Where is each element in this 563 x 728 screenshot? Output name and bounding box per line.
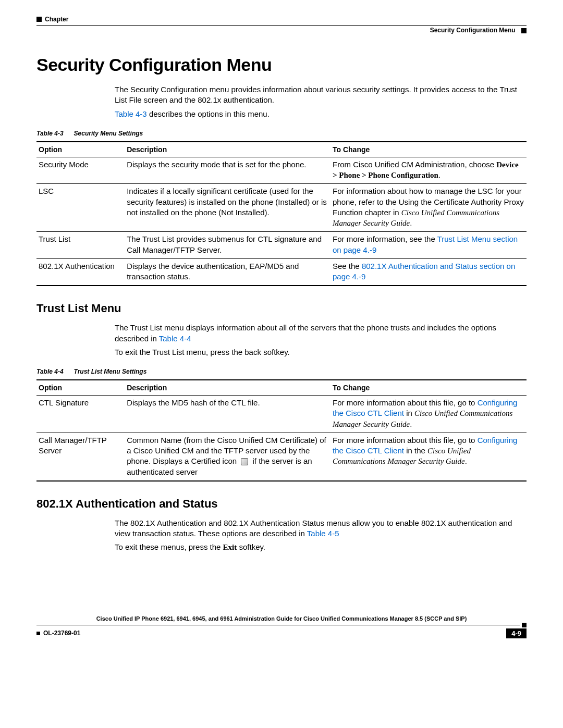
- page-top-header: Chapter: [36, 16, 527, 23]
- cell-tochange: For more information, see the Trust List…: [331, 232, 527, 259]
- trust-list-p1: The Trust List menu displays information…: [115, 323, 527, 344]
- table-ref-link[interactable]: Table 4-5: [307, 529, 339, 538]
- certified-icon: [241, 458, 248, 465]
- cell-tochange: For more information about this file, go…: [331, 396, 527, 433]
- cell-tochange: For more information about this file, go…: [331, 433, 527, 481]
- header-rule: [36, 25, 527, 26]
- intro-paragraph-1: The Security Configuration menu provides…: [115, 84, 527, 106]
- cell-option: LSC: [36, 184, 125, 232]
- table-row: Call Manager/TFTP Server Common Name (fr…: [36, 433, 527, 481]
- col-header-tochange: To Change: [331, 142, 527, 157]
- trust-list-p2: To exit the Trust List menu, press the b…: [115, 347, 527, 357]
- table-row: LSC Indicates if a locally significant c…: [36, 184, 527, 232]
- breadcrumb: Security Configuration Menu: [430, 27, 516, 34]
- table-row: Trust List The Trust List provides subme…: [36, 232, 527, 259]
- marker-icon: [36, 632, 40, 635]
- table-ref-link[interactable]: Table 4-4: [159, 334, 191, 343]
- marker-icon: [522, 623, 527, 627]
- marker-icon: [521, 28, 527, 33]
- auth-p1: The 802.1X Authentication and 802.1X Aut…: [115, 518, 527, 539]
- col-header-option: Option: [36, 142, 125, 157]
- cell-option: Trust List: [36, 232, 125, 259]
- cell-description: Indicates if a locally significant certi…: [125, 184, 331, 232]
- cell-tochange: From Cisco Unified CM Administration, ch…: [331, 157, 527, 184]
- footer-guide-title: Cisco Unified IP Phone 6921, 6941, 6945,…: [36, 615, 527, 622]
- cell-description: Displays the MD5 hash of the CTL file.: [125, 396, 331, 433]
- marker-icon: [36, 17, 42, 22]
- cell-option: Security Mode: [36, 157, 125, 184]
- col-header-tochange: To Change: [331, 380, 527, 396]
- table-row: Security Mode Displays the security mode…: [36, 157, 527, 184]
- cell-description: Displays the device authentication, EAP/…: [125, 258, 331, 286]
- table-row: 802.1X Authentication Displays the devic…: [36, 258, 527, 286]
- table-ref-link[interactable]: Table 4-3: [115, 109, 147, 118]
- col-header-description: Description: [125, 380, 331, 396]
- table-row: CTL Signature Displays the MD5 hash of t…: [36, 396, 527, 433]
- heading-trust-list: Trust List Menu: [36, 302, 527, 315]
- cell-option: 802.1X Authentication: [36, 258, 125, 286]
- cell-option: CTL Signature: [36, 396, 125, 433]
- auth-p2: To exit these menus, press the Exit soft…: [115, 542, 527, 552]
- cell-option: Call Manager/TFTP Server: [36, 433, 125, 481]
- col-header-description: Description: [125, 142, 331, 157]
- page-number-badge: 4-9: [506, 628, 527, 638]
- table-caption-4-3: Table 4-3Security Menu Settings: [36, 130, 527, 137]
- intro-paragraph-2: Table 4-3 describes the options in this …: [115, 109, 527, 119]
- table-4-4: Option Description To Change CTL Signatu…: [36, 379, 527, 482]
- cell-description: Displays the security mode that is set f…: [125, 157, 331, 184]
- col-header-option: Option: [36, 380, 125, 396]
- cell-description: The Trust List provides submenus for CTL…: [125, 232, 331, 259]
- doc-id: OL-23769-01: [43, 630, 80, 637]
- table-4-3: Option Description To Change Security Mo…: [36, 141, 527, 287]
- cell-tochange: For information about how to manage the …: [331, 184, 527, 232]
- cell-description: Common Name (from the Cisco Unified CM C…: [125, 433, 331, 481]
- page-footer: Cisco Unified IP Phone 6921, 6941, 6945,…: [36, 615, 527, 638]
- cell-tochange: See the 802.1X Authentication and Status…: [331, 258, 527, 286]
- chapter-label: Chapter: [45, 16, 68, 23]
- page-title: Security Configuration Menu: [36, 55, 527, 75]
- table-caption-4-4: Table 4-4Trust List Menu Settings: [36, 368, 527, 375]
- heading-8021x: 802.1X Authentication and Status: [36, 497, 527, 511]
